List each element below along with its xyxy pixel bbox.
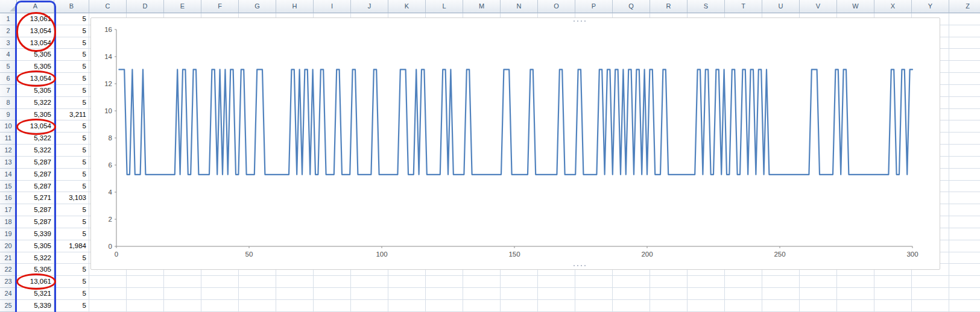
- cell-i25[interactable]: [314, 300, 351, 312]
- cell-b3[interactable]: 5: [54, 37, 89, 49]
- cell-a23[interactable]: 13,061: [17, 276, 54, 288]
- row-header-15[interactable]: 15: [0, 181, 17, 193]
- cell-b23[interactable]: 5: [54, 276, 89, 288]
- cell-z3[interactable]: [949, 37, 980, 49]
- cell-v25[interactable]: [800, 300, 837, 312]
- cell-z10[interactable]: [949, 120, 980, 133]
- row-header-9[interactable]: 9: [0, 109, 17, 121]
- cell-n25[interactable]: [501, 300, 538, 312]
- cell-a8[interactable]: 5,322: [17, 97, 54, 109]
- cell-z14[interactable]: [949, 169, 980, 181]
- cell-n23[interactable]: [501, 276, 538, 288]
- row-header-21[interactable]: 21: [0, 252, 17, 264]
- cell-g24[interactable]: [239, 288, 276, 300]
- column-header-n[interactable]: N: [501, 0, 538, 13]
- cell-b5[interactable]: 5: [54, 61, 89, 73]
- row-header-14[interactable]: 14: [0, 169, 17, 181]
- row-header-24[interactable]: 24: [0, 288, 17, 300]
- cell-m25[interactable]: [463, 300, 501, 312]
- cell-b7[interactable]: 5: [54, 85, 89, 97]
- cell-z2[interactable]: [949, 25, 980, 37]
- cell-t24[interactable]: [725, 288, 762, 300]
- cell-r24[interactable]: [650, 288, 688, 300]
- cell-a14[interactable]: 5,287: [17, 169, 54, 181]
- cell-z25[interactable]: [949, 300, 980, 312]
- cell-z15[interactable]: [949, 181, 980, 193]
- cell-h23[interactable]: [276, 276, 314, 288]
- column-header-b[interactable]: B: [54, 0, 89, 13]
- cell-a1[interactable]: 13,061: [17, 13, 54, 25]
- cell-z5[interactable]: [949, 61, 980, 73]
- cell-a4[interactable]: 5,305: [17, 49, 54, 61]
- cell-a2[interactable]: 13,054: [17, 25, 54, 37]
- column-header-v[interactable]: V: [800, 0, 837, 13]
- cell-q24[interactable]: [613, 288, 650, 300]
- cell-x25[interactable]: [874, 300, 912, 312]
- cell-b18[interactable]: 5: [54, 216, 89, 228]
- column-header-f[interactable]: F: [201, 0, 239, 13]
- column-header-y[interactable]: Y: [912, 0, 949, 13]
- cell-k23[interactable]: [388, 276, 426, 288]
- cell-f24[interactable]: [201, 288, 239, 300]
- row-header-8[interactable]: 8: [0, 97, 17, 109]
- cell-a9[interactable]: 5,305: [17, 109, 54, 121]
- cell-z4[interactable]: [949, 49, 980, 61]
- cell-z1[interactable]: [949, 13, 980, 25]
- cell-a3[interactable]: 13,054: [17, 37, 54, 49]
- column-header-c[interactable]: C: [89, 0, 127, 13]
- column-header-u[interactable]: U: [762, 0, 800, 13]
- cell-z19[interactable]: [949, 228, 980, 240]
- cell-j25[interactable]: [351, 300, 388, 312]
- row-header-10[interactable]: 10: [0, 120, 17, 133]
- cell-z8[interactable]: [949, 97, 980, 109]
- cell-o23[interactable]: [538, 276, 575, 288]
- row-header-22[interactable]: 22: [0, 264, 17, 276]
- cell-f23[interactable]: [201, 276, 239, 288]
- column-header-p[interactable]: P: [575, 0, 613, 13]
- cell-b12[interactable]: 5: [54, 145, 89, 157]
- cell-r23[interactable]: [650, 276, 688, 288]
- cell-z20[interactable]: [949, 240, 980, 252]
- cell-a5[interactable]: 5,305: [17, 61, 54, 73]
- cell-n24[interactable]: [501, 288, 538, 300]
- cell-j23[interactable]: [351, 276, 388, 288]
- row-header-6[interactable]: 6: [0, 73, 17, 85]
- column-header-m[interactable]: M: [463, 0, 501, 13]
- cell-s23[interactable]: [688, 276, 725, 288]
- cell-b16[interactable]: 3,103: [54, 192, 89, 204]
- cell-v24[interactable]: [800, 288, 837, 300]
- cell-b2[interactable]: 5: [54, 25, 89, 37]
- cell-a6[interactable]: 13,054: [17, 73, 54, 85]
- row-header-4[interactable]: 4: [0, 49, 17, 61]
- column-header-r[interactable]: R: [650, 0, 688, 13]
- cell-b13[interactable]: 5: [54, 157, 89, 169]
- column-header-d[interactable]: D: [127, 0, 164, 13]
- cell-h25[interactable]: [276, 300, 314, 312]
- column-header-q[interactable]: Q: [613, 0, 650, 13]
- cell-z24[interactable]: [949, 288, 980, 300]
- cell-c23[interactable]: [89, 276, 127, 288]
- cell-w24[interactable]: [837, 288, 874, 300]
- cell-b22[interactable]: 5: [54, 264, 89, 276]
- cell-b11[interactable]: 5: [54, 133, 89, 145]
- cell-a11[interactable]: 5,322: [17, 133, 54, 145]
- cell-b17[interactable]: 5: [54, 204, 89, 216]
- cell-a12[interactable]: 5,322: [17, 145, 54, 157]
- cell-p24[interactable]: [575, 288, 613, 300]
- cell-a17[interactable]: 5,287: [17, 204, 54, 216]
- cell-z6[interactable]: [949, 73, 980, 85]
- cell-q23[interactable]: [613, 276, 650, 288]
- cell-f25[interactable]: [201, 300, 239, 312]
- cell-e25[interactable]: [164, 300, 201, 312]
- cell-x24[interactable]: [874, 288, 912, 300]
- cell-a24[interactable]: 5,321: [17, 288, 54, 300]
- row-header-13[interactable]: 13: [0, 157, 17, 169]
- cell-w23[interactable]: [837, 276, 874, 288]
- row-header-12[interactable]: 12: [0, 145, 17, 157]
- column-header-l[interactable]: L: [426, 0, 463, 13]
- cell-a10[interactable]: 13,054: [17, 120, 54, 133]
- row-header-18[interactable]: 18: [0, 216, 17, 228]
- column-header-x[interactable]: X: [874, 0, 912, 13]
- row-header-11[interactable]: 11: [0, 133, 17, 145]
- cell-t25[interactable]: [725, 300, 762, 312]
